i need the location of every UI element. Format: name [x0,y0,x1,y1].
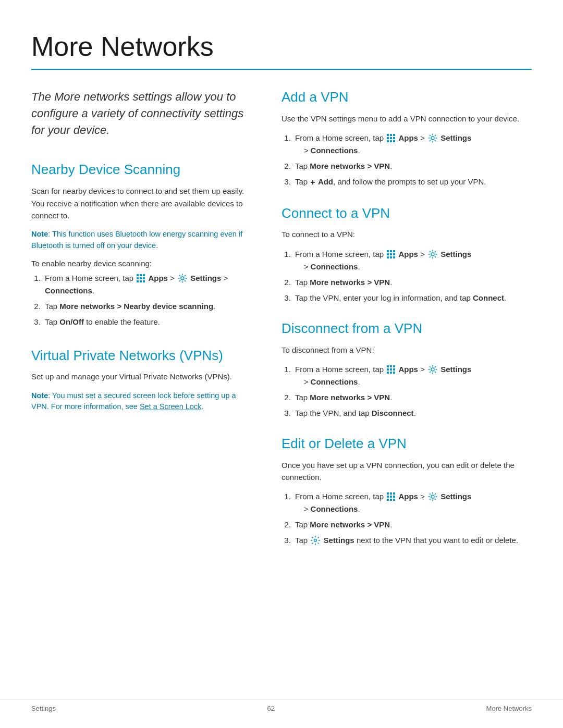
svg-point-2 [431,253,434,256]
apps-icon [137,274,145,282]
settings-icon [428,250,437,259]
settings-icon [428,133,437,143]
section-disconnect-vpn: Disconnect from a VPN To disconnect from… [282,320,532,419]
svg-point-0 [181,277,184,280]
settings-icon [428,492,437,501]
section-title-nearby: Nearby Device Scanning [31,161,250,179]
steps-list-nearby: From a Home screen, tap Apps > Settings … [31,272,250,328]
section-body-connect-vpn: To connect to a VPN: [282,228,532,240]
steps-list-disconnect-vpn: From a Home screen, tap Apps > Settings … [282,363,532,419]
list-item: From a Home screen, tap Apps > Settings … [293,363,532,388]
two-column-layout: The More networks settings allow you to … [31,89,532,562]
section-body-disconnect-vpn: To disconnect from a VPN: [282,344,532,356]
list-item: Tap the VPN, and tap Disconnect. [293,407,532,419]
section-title-vpn: Virtual Private Networks (VPNs) [31,347,250,365]
apps-icon [387,492,395,501]
steps-list-connect-vpn: From a Home screen, tap Apps > Settings … [282,248,532,304]
apps-icon [387,134,395,142]
section-nearby-device-scanning: Nearby Device Scanning Scan for nearby d… [31,161,250,328]
section-connect-vpn: Connect to a VPN To connect to a VPN: Fr… [282,205,532,304]
footer-center: 62 [267,705,275,712]
list-item: Tap More networks > VPN. [293,519,532,531]
list-item: Tap On/Off to enable the feature. [43,316,250,328]
list-item: From a Home screen, tap Apps > Settings … [43,272,250,297]
section-title-edit-delete-vpn: Edit or Delete a VPN [282,435,532,453]
steps-list-add-vpn: From a Home screen, tap Apps > Settings … [282,132,532,189]
section-body-nearby: Scan for nearby devices to connect to an… [31,185,250,221]
title-divider [31,69,532,70]
page-container: More Networks The More networks settings… [0,0,563,604]
section-body-add-vpn: Use the VPN settings menu to add a VPN c… [282,113,532,125]
svg-point-4 [431,495,434,498]
list-item: From a Home screen, tap Apps > Settings … [293,132,532,157]
section-vpn: Virtual Private Networks (VPNs) Set up a… [31,347,250,413]
steps-list-edit-delete-vpn: From a Home screen, tap Apps > Settings … [282,490,532,547]
section-body-vpn: Set up and manage your Virtual Private N… [31,371,250,382]
steps-intro-nearby: To enable nearby device scanning: [31,259,250,268]
settings-icon [428,365,437,374]
list-item: Tap More networks > VPN. [293,160,532,172]
section-title-disconnect-vpn: Disconnect from a VPN [282,320,532,338]
apps-icon [387,365,395,374]
section-edit-delete-vpn: Edit or Delete a VPN Once you have set u… [282,435,532,547]
apps-icon [387,250,395,258]
left-column: The More networks settings allow you to … [31,89,250,562]
page-title: More Networks [31,31,532,63]
list-item: From a Home screen, tap Apps > Settings … [293,490,532,515]
section-title-connect-vpn: Connect to a VPN [282,205,532,223]
svg-point-1 [431,137,434,140]
gear-icon [311,536,320,545]
list-item: Tap Settings next to the VPN that you wa… [293,534,532,547]
right-column: Add a VPN Use the VPN settings menu to a… [282,89,532,562]
list-item: Tap the VPN, enter your log in informati… [293,292,532,304]
note-nearby: Note: This function uses Bluetooth low e… [31,229,250,252]
list-item: Tap + Add, and follow the prompts to set… [293,176,532,189]
list-item: Tap More networks > Nearby device scanni… [43,300,250,313]
screen-lock-link[interactable]: Set a Screen Lock [140,402,202,411]
footer-right: More Networks [486,705,532,712]
plus-icon: + [310,176,315,189]
svg-point-5 [314,539,317,542]
footer-left: Settings [31,705,56,712]
page-footer: Settings 62 More Networks [0,699,563,712]
section-title-add-vpn: Add a VPN [282,89,532,106]
list-item: From a Home screen, tap Apps > Settings … [293,248,532,273]
note-vpn: Note: You must set a secured screen lock… [31,390,250,413]
intro-text: The More networks settings allow you to … [31,89,250,139]
section-body-edit-delete-vpn: Once you have set up a VPN connection, y… [282,459,532,484]
svg-point-3 [431,368,434,371]
section-add-vpn: Add a VPN Use the VPN settings menu to a… [282,89,532,189]
list-item: Tap More networks > VPN. [293,276,532,289]
settings-icon [178,274,187,283]
list-item: Tap More networks > VPN. [293,391,532,404]
